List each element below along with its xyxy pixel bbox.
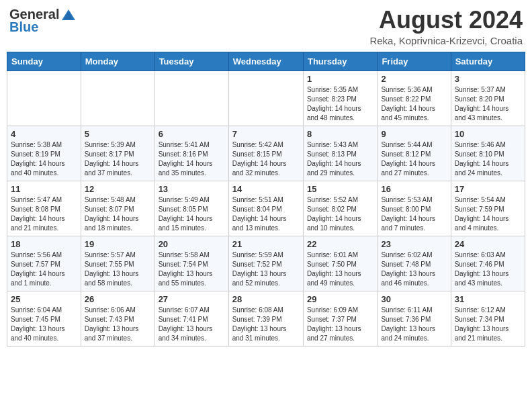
- calendar-cell: 7Sunrise: 5:42 AM Sunset: 8:15 PM Daylig…: [228, 126, 303, 181]
- day-number: 2: [381, 74, 447, 84]
- day-info: Sunrise: 6:04 AM Sunset: 7:45 PM Dayligh…: [11, 306, 77, 343]
- title-section: August 2024 Reka, Koprivnica-Krizevci, C…: [369, 7, 523, 46]
- day-number: 5: [85, 129, 151, 139]
- calendar-cell: 8Sunrise: 5:43 AM Sunset: 8:13 PM Daylig…: [303, 126, 377, 181]
- calendar-cell: 5Sunrise: 5:39 AM Sunset: 8:17 PM Daylig…: [81, 126, 154, 181]
- day-info: Sunrise: 5:57 AM Sunset: 7:55 PM Dayligh…: [85, 250, 151, 288]
- day-number: 6: [159, 129, 225, 139]
- calendar-cell: 2Sunrise: 5:36 AM Sunset: 8:22 PM Daylig…: [378, 71, 451, 126]
- calendar-cell: 4Sunrise: 5:38 AM Sunset: 8:19 PM Daylig…: [7, 126, 81, 181]
- day-number: 3: [455, 74, 521, 84]
- month-year-title: August 2024: [369, 7, 523, 34]
- day-number: 20: [159, 239, 225, 249]
- calendar-cell: 16Sunrise: 5:53 AM Sunset: 8:00 PM Dayli…: [378, 181, 451, 236]
- day-info: Sunrise: 6:07 AM Sunset: 7:41 PM Dayligh…: [159, 306, 225, 343]
- day-number: 8: [307, 129, 373, 139]
- day-info: Sunrise: 5:35 AM Sunset: 8:23 PM Dayligh…: [307, 85, 373, 123]
- day-number: 26: [85, 294, 151, 304]
- day-info: Sunrise: 6:11 AM Sunset: 7:36 PM Dayligh…: [381, 306, 447, 343]
- calendar-cell: [81, 71, 154, 126]
- day-info: Sunrise: 5:44 AM Sunset: 8:12 PM Dayligh…: [381, 140, 447, 178]
- calendar-cell: 28Sunrise: 6:08 AM Sunset: 7:39 PM Dayli…: [228, 291, 303, 346]
- calendar-cell: 22Sunrise: 6:01 AM Sunset: 7:50 PM Dayli…: [303, 236, 377, 291]
- day-number: 15: [307, 184, 373, 194]
- day-number: 10: [455, 129, 521, 139]
- day-info: Sunrise: 5:47 AM Sunset: 8:08 PM Dayligh…: [11, 195, 77, 233]
- calendar-cell: 12Sunrise: 5:48 AM Sunset: 8:07 PM Dayli…: [81, 181, 154, 236]
- day-info: Sunrise: 6:03 AM Sunset: 7:46 PM Dayligh…: [455, 250, 521, 288]
- day-number: 17: [455, 184, 521, 194]
- day-info: Sunrise: 6:09 AM Sunset: 7:37 PM Dayligh…: [307, 306, 373, 343]
- day-info: Sunrise: 5:41 AM Sunset: 8:16 PM Dayligh…: [159, 140, 225, 178]
- calendar-week-2: 4Sunrise: 5:38 AM Sunset: 8:19 PM Daylig…: [7, 126, 525, 181]
- calendar-cell: 29Sunrise: 6:09 AM Sunset: 7:37 PM Dayli…: [303, 291, 377, 346]
- day-info: Sunrise: 5:54 AM Sunset: 7:59 PM Dayligh…: [455, 195, 521, 233]
- calendar-cell: 23Sunrise: 6:02 AM Sunset: 7:48 PM Dayli…: [378, 236, 451, 291]
- day-number: 25: [11, 294, 77, 304]
- calendar-table: SundayMondayTuesdayWednesdayThursdayFrid…: [7, 52, 525, 347]
- day-info: Sunrise: 5:38 AM Sunset: 8:19 PM Dayligh…: [11, 140, 77, 178]
- calendar-cell: [154, 71, 228, 126]
- day-info: Sunrise: 5:48 AM Sunset: 8:07 PM Dayligh…: [85, 195, 151, 233]
- day-info: Sunrise: 6:02 AM Sunset: 7:48 PM Dayligh…: [381, 250, 447, 288]
- weekday-header-thursday: Thursday: [303, 52, 377, 71]
- day-number: 1: [307, 74, 373, 84]
- weekday-header-friday: Friday: [378, 52, 451, 71]
- day-number: 29: [307, 294, 373, 304]
- logo-blue-text: Blue: [9, 19, 38, 35]
- location-subtitle: Reka, Koprivnica-Krizevci, Croatia: [369, 35, 523, 46]
- calendar-cell: 3Sunrise: 5:37 AM Sunset: 8:20 PM Daylig…: [451, 71, 525, 126]
- calendar-cell: 20Sunrise: 5:58 AM Sunset: 7:54 PM Dayli…: [154, 236, 228, 291]
- day-info: Sunrise: 5:58 AM Sunset: 7:54 PM Dayligh…: [159, 250, 225, 288]
- day-number: 19: [85, 239, 151, 249]
- day-number: 7: [232, 129, 300, 139]
- day-info: Sunrise: 6:01 AM Sunset: 7:50 PM Dayligh…: [307, 250, 373, 288]
- day-number: 11: [11, 184, 77, 194]
- day-info: Sunrise: 5:43 AM Sunset: 8:13 PM Dayligh…: [307, 140, 373, 178]
- day-number: 22: [307, 239, 373, 249]
- calendar-cell: 25Sunrise: 6:04 AM Sunset: 7:45 PM Dayli…: [7, 291, 81, 346]
- day-info: Sunrise: 6:12 AM Sunset: 7:34 PM Dayligh…: [455, 306, 521, 343]
- calendar-cell: 15Sunrise: 5:52 AM Sunset: 8:02 PM Dayli…: [303, 181, 377, 236]
- day-info: Sunrise: 5:53 AM Sunset: 8:00 PM Dayligh…: [381, 195, 447, 233]
- calendar-cell: 13Sunrise: 5:49 AM Sunset: 8:05 PM Dayli…: [154, 181, 228, 236]
- day-info: Sunrise: 6:06 AM Sunset: 7:43 PM Dayligh…: [85, 306, 151, 343]
- calendar-cell: [7, 71, 81, 126]
- day-number: 23: [381, 239, 447, 249]
- calendar-week-4: 18Sunrise: 5:56 AM Sunset: 7:57 PM Dayli…: [7, 236, 525, 291]
- calendar-week-1: 1Sunrise: 5:35 AM Sunset: 8:23 PM Daylig…: [7, 71, 525, 126]
- day-info: Sunrise: 6:08 AM Sunset: 7:39 PM Dayligh…: [232, 306, 300, 343]
- day-number: 13: [159, 184, 225, 194]
- day-info: Sunrise: 5:36 AM Sunset: 8:22 PM Dayligh…: [381, 85, 447, 123]
- calendar-header-row: SundayMondayTuesdayWednesdayThursdayFrid…: [7, 52, 525, 71]
- calendar-cell: 26Sunrise: 6:06 AM Sunset: 7:43 PM Dayli…: [81, 291, 154, 346]
- day-info: Sunrise: 5:42 AM Sunset: 8:15 PM Dayligh…: [232, 140, 300, 178]
- calendar-week-3: 11Sunrise: 5:47 AM Sunset: 8:08 PM Dayli…: [7, 181, 525, 236]
- calendar-cell: 17Sunrise: 5:54 AM Sunset: 7:59 PM Dayli…: [451, 181, 525, 236]
- calendar-cell: 18Sunrise: 5:56 AM Sunset: 7:57 PM Dayli…: [7, 236, 81, 291]
- day-number: 28: [232, 294, 300, 304]
- day-number: 9: [381, 129, 447, 139]
- day-info: Sunrise: 5:51 AM Sunset: 8:04 PM Dayligh…: [232, 195, 300, 233]
- day-info: Sunrise: 5:56 AM Sunset: 7:57 PM Dayligh…: [11, 250, 77, 288]
- day-info: Sunrise: 5:49 AM Sunset: 8:05 PM Dayligh…: [159, 195, 225, 233]
- weekday-header-wednesday: Wednesday: [228, 52, 303, 71]
- day-number: 30: [381, 294, 447, 304]
- calendar-cell: 21Sunrise: 5:59 AM Sunset: 7:52 PM Dayli…: [228, 236, 303, 291]
- calendar-cell: 19Sunrise: 5:57 AM Sunset: 7:55 PM Dayli…: [81, 236, 154, 291]
- calendar-cell: 10Sunrise: 5:46 AM Sunset: 8:10 PM Dayli…: [451, 126, 525, 181]
- calendar-cell: 14Sunrise: 5:51 AM Sunset: 8:04 PM Dayli…: [228, 181, 303, 236]
- day-number: 24: [455, 239, 521, 249]
- calendar-cell: 24Sunrise: 6:03 AM Sunset: 7:46 PM Dayli…: [451, 236, 525, 291]
- calendar-cell: 30Sunrise: 6:11 AM Sunset: 7:36 PM Dayli…: [378, 291, 451, 346]
- page-header: General Blue August 2024 Reka, Koprivnic…: [7, 7, 525, 46]
- day-number: 14: [232, 184, 300, 194]
- day-info: Sunrise: 5:37 AM Sunset: 8:20 PM Dayligh…: [455, 85, 521, 123]
- calendar-cell: 27Sunrise: 6:07 AM Sunset: 7:41 PM Dayli…: [154, 291, 228, 346]
- day-number: 31: [455, 294, 521, 304]
- calendar-cell: 31Sunrise: 6:12 AM Sunset: 7:34 PM Dayli…: [451, 291, 525, 346]
- day-number: 18: [11, 239, 77, 249]
- day-number: 16: [381, 184, 447, 194]
- calendar-cell: 6Sunrise: 5:41 AM Sunset: 8:16 PM Daylig…: [154, 126, 228, 181]
- calendar-cell: 9Sunrise: 5:44 AM Sunset: 8:12 PM Daylig…: [378, 126, 451, 181]
